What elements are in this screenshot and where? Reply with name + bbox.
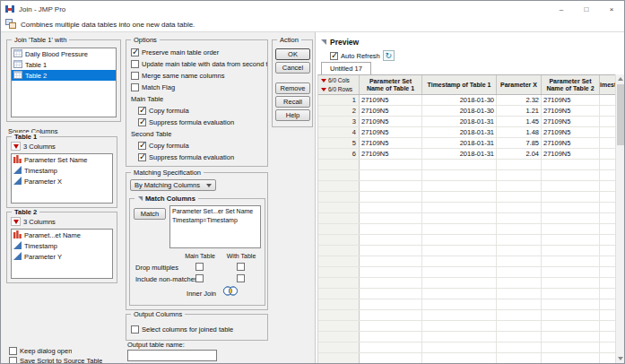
cell-param-set-1[interactable]: 27109N5 [360,95,422,105]
drop-multiples-with-checkbox[interactable] [237,263,245,271]
close-button[interactable]: × [599,1,624,17]
row-number-cell[interactable]: 4 [318,127,360,137]
row-number-cell[interactable]: 2 [318,106,360,116]
cell-timestamp-1[interactable]: 2018-01-31 [422,127,497,137]
cell-param-x[interactable]: 2.04 [497,149,542,159]
cell-param-set-2[interactable]: 27109N5 [542,149,600,159]
column-item[interactable]: Parameter Set Name [12,154,112,165]
minimize-button[interactable]: – [549,1,574,17]
maximize-button[interactable]: □ [574,1,599,17]
auto-refresh-checkbox[interactable] [330,52,338,60]
list-item-daily-blood-pressure[interactable]: Daily Blood Pressure [12,48,116,59]
cell-param-set-1[interactable]: 27109N5 [360,149,422,159]
cell-param-set-2[interactable]: 27109N5 [542,117,600,126]
cell-timestamp-2[interactable] [600,127,616,137]
preview-table-tab[interactable]: Untitled 17 [321,62,371,74]
match-pair[interactable]: Parameter Set...er Set Name [172,207,258,216]
match-pair[interactable]: Timestamp=Timestamp [172,216,258,225]
ok-button[interactable]: OK [275,48,310,60]
cell-timestamp-2[interactable] [600,149,616,159]
checkbox[interactable] [131,325,139,334]
cell-param-x[interactable]: 1.21 [497,106,542,116]
red-triangle-menu-button[interactable] [11,217,21,226]
cell-timestamp-2[interactable] [600,117,616,126]
column-header-param-set-1[interactable]: Parameter Set Name of Table 1 [360,75,422,94]
cell-timestamp-1[interactable]: 2018-01-30 [422,106,497,116]
cell-param-x[interactable]: 7.85 [497,138,542,148]
cell-param-set-2[interactable]: 27109N5 [542,106,600,116]
table-row[interactable]: 4 27109N5 2018-01-31 1.48 27109N5 [318,127,616,138]
refresh-button[interactable]: ↻ [383,50,395,61]
match-button[interactable]: Match [134,208,166,220]
cell-timestamp-1[interactable]: 2018-01-31 [422,149,497,159]
table-row[interactable]: 1 27109N5 2018-01-30 2.32 27109N5 [318,95,616,106]
scroll-up-button[interactable] [616,74,624,83]
cell-timestamp-2[interactable] [600,106,616,116]
remove-button[interactable]: Remove [275,82,310,94]
help-button[interactable]: Help [275,109,310,121]
cell-param-set-2[interactable]: 27109N5 [542,95,600,105]
row-number-cell[interactable]: 6 [318,149,360,159]
row-number-cell[interactable]: 1 [318,95,360,105]
table-row[interactable]: 6 27109N5 2018-01-31 2.04 27109N5 [318,149,616,160]
column-item[interactable]: Timestamp [12,240,112,251]
cell-param-set-1[interactable]: 27109N5 [360,117,422,126]
row-number-cell[interactable]: 3 [318,117,360,126]
matching-method-dropdown[interactable]: By Matching Columns [130,179,216,191]
preview-header[interactable]: Preview [320,38,359,47]
output-table-name-input[interactable] [127,350,217,361]
columns-menu[interactable]: 6/0 Cols [321,77,350,84]
cell-param-x[interactable]: 2.32 [497,95,542,105]
cell-timestamp-1[interactable]: 2018-01-30 [422,95,497,105]
checkbox[interactable] [138,142,146,150]
checkbox[interactable] [138,118,146,126]
list-item-table-1[interactable]: Table 1 [12,59,116,70]
column-header-param-set-2[interactable]: Parameter Set Name of Table 2 [542,75,600,94]
cell-param-set-1[interactable]: 27109N5 [360,106,422,116]
cell-timestamp-2[interactable] [600,138,616,148]
checkbox[interactable] [9,357,17,364]
table-row[interactable]: 3 27109N5 2018-01-31 1.45 27109N5 [318,117,616,127]
column-header-param-x[interactable]: Parameter X [497,75,542,94]
checkbox[interactable] [138,153,146,161]
table-2-column-list[interactable]: Paramet...et Name Timestamp Parameter Y [11,229,113,279]
table-row[interactable]: 2 27109N5 2018-01-30 1.21 27109N5 [318,106,616,117]
cell-param-set-2[interactable]: 27109N5 [542,138,600,148]
join-with-list[interactable]: Daily Blood Pressure Table 1 Table 2 [11,48,117,117]
row-number-cell[interactable]: 5 [318,138,360,148]
column-item[interactable]: Timestamp [12,165,112,176]
checkbox[interactable] [9,347,17,355]
drop-multiples-main-checkbox[interactable] [195,263,204,271]
cell-timestamp-1[interactable]: 2018-01-31 [422,117,497,126]
cell-param-set-1[interactable]: 27109N5 [360,138,422,148]
match-pairs-list[interactable]: Parameter Set...er Set Name Timestamp=Ti… [169,205,261,248]
checkbox[interactable] [131,83,139,91]
checkbox[interactable] [131,48,139,56]
rows-menu[interactable]: 6/0 Rows [321,86,352,93]
cell-param-set-1[interactable]: 27109N5 [360,127,422,137]
recall-button[interactable]: Recall [275,96,310,108]
cell-timestamp-2[interactable] [600,95,616,105]
list-item-table-2[interactable]: Table 2 [12,70,116,81]
checkbox[interactable] [131,72,139,80]
checkbox[interactable] [131,60,139,68]
cell-param-set-2[interactable]: 27109N5 [542,127,600,137]
inner-join-venn-icon[interactable] [221,286,239,298]
column-header-timestamp-2[interactable]: Timesta [600,75,616,94]
column-header-timestamp-1[interactable]: Timestamp of Table 1 [422,75,497,94]
cell-param-x[interactable]: 1.48 [497,127,542,137]
table-row[interactable]: 5 27109N5 2018-01-31 7.85 27109N5 [318,138,616,149]
include-non-matches-main-checkbox[interactable] [195,274,204,282]
column-item[interactable]: Paramet...et Name [12,230,112,240]
cell-timestamp-1[interactable]: 2018-01-31 [422,138,497,148]
include-non-matches-with-checkbox[interactable] [237,274,245,282]
column-item[interactable]: Parameter X [12,176,112,186]
vertical-scrollbar[interactable] [615,74,624,363]
table-1-column-list[interactable]: Parameter Set Name Timestamp Parameter X [11,153,113,204]
red-triangle-menu-button[interactable] [11,142,21,151]
cell-param-x[interactable]: 1.45 [497,117,542,126]
scrollbar-thumb[interactable] [617,84,624,145]
checkbox[interactable] [138,107,146,115]
cancel-button[interactable]: Cancel [275,62,310,74]
column-item[interactable]: Parameter Y [12,251,112,262]
